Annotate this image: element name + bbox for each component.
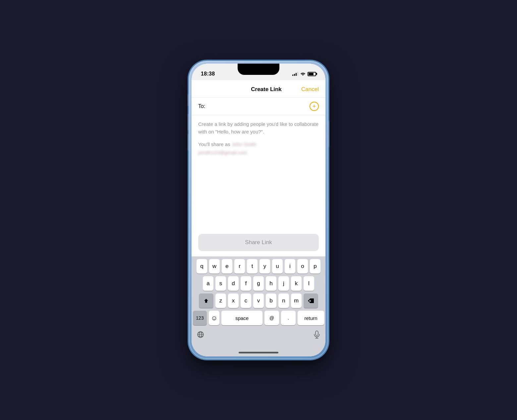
key-a[interactable]: a	[203, 276, 213, 291]
key-m[interactable]: m	[291, 293, 302, 308]
key-e[interactable]: e	[222, 259, 232, 274]
keyboard-row-1: q w e r t y u i o p	[193, 259, 324, 274]
battery-icon	[308, 72, 316, 76]
key-y[interactable]: y	[259, 259, 270, 274]
phone-frame: 18:38	[189, 61, 328, 359]
sheet-header: Create Link Cancel	[192, 80, 325, 98]
key-i[interactable]: i	[285, 259, 295, 274]
keyboard-bottom-bar	[192, 329, 325, 348]
status-icons	[292, 72, 316, 77]
key-u[interactable]: u	[272, 259, 283, 274]
key-k[interactable]: k	[291, 276, 302, 291]
space-key[interactable]: space	[221, 311, 262, 325]
key-d[interactable]: d	[228, 276, 239, 291]
key-z[interactable]: z	[215, 293, 226, 308]
shift-key[interactable]	[199, 293, 213, 308]
key-g[interactable]: g	[253, 276, 264, 291]
key-b[interactable]: b	[266, 293, 276, 308]
to-input[interactable]	[208, 103, 310, 109]
key-s[interactable]: s	[215, 276, 226, 291]
keyboard-row-2: a s d f g h j k l	[193, 276, 324, 291]
emoji-key[interactable]: ☺	[209, 311, 219, 325]
cancel-button[interactable]: Cancel	[301, 86, 319, 93]
period-key[interactable]: .	[281, 311, 296, 325]
share-as-section: You'll share as John Smith jsmith123@gma…	[198, 141, 319, 156]
key-n[interactable]: n	[278, 293, 289, 308]
key-v[interactable]: v	[253, 293, 264, 308]
key-p[interactable]: p	[310, 259, 320, 274]
description-text: Create a link by adding people you'd lik…	[198, 121, 319, 135]
notch	[238, 64, 279, 75]
wifi-icon	[300, 72, 306, 77]
sheet-content: Create Link Cancel To: + Create a link b…	[192, 80, 325, 256]
keyboard-row-bottom: 123 ☺ space @ . return	[193, 311, 324, 325]
add-contact-button[interactable]: +	[310, 102, 319, 111]
home-bar	[239, 352, 278, 353]
key-t[interactable]: t	[247, 259, 258, 274]
key-x[interactable]: x	[228, 293, 239, 308]
phone-screen-container: 18:38	[192, 64, 325, 356]
share-as-prefix: You'll share as	[198, 141, 232, 147]
mute-switch	[188, 94, 189, 106]
status-time: 18:38	[201, 71, 215, 77]
phone-device: 18:38	[189, 61, 328, 359]
phone-screen: 18:38	[192, 64, 325, 356]
share-email: jsmith123@gmail.com	[198, 149, 319, 157]
share-name: John Smith	[232, 141, 257, 148]
key-h[interactable]: h	[266, 276, 276, 291]
keyboard-row-3: z x c v b n m	[193, 293, 324, 308]
svg-rect-5	[316, 331, 318, 336]
key-w[interactable]: w	[209, 259, 220, 274]
home-indicator	[192, 348, 325, 356]
key-c[interactable]: c	[241, 293, 251, 308]
modal-sheet: Create Link Cancel To: + Create a link b…	[192, 80, 325, 356]
key-j[interactable]: j	[278, 276, 289, 291]
status-bar: 18:38	[192, 64, 325, 80]
description-area: Create a link by adding people you'd lik…	[192, 115, 325, 231]
volume-up-button	[188, 114, 189, 131]
backspace-key[interactable]	[304, 293, 318, 308]
key-o[interactable]: o	[297, 259, 308, 274]
key-l[interactable]: l	[304, 276, 314, 291]
key-f[interactable]: f	[241, 276, 251, 291]
keyboard: q w e r t y u i o p	[192, 256, 325, 329]
return-key[interactable]: return	[298, 311, 324, 325]
power-button	[328, 121, 329, 147]
numbers-key[interactable]: 123	[193, 311, 207, 325]
microphone-icon[interactable]	[314, 331, 320, 341]
globe-icon[interactable]	[197, 331, 204, 340]
share-link-button[interactable]: Share Link	[198, 234, 319, 251]
volume-down-button	[188, 134, 189, 150]
key-q[interactable]: q	[197, 259, 207, 274]
to-field[interactable]: To: +	[192, 98, 325, 115]
to-label: To:	[198, 103, 205, 109]
key-r[interactable]: r	[234, 259, 245, 274]
signal-icon	[292, 72, 298, 76]
at-key[interactable]: @	[264, 311, 279, 325]
